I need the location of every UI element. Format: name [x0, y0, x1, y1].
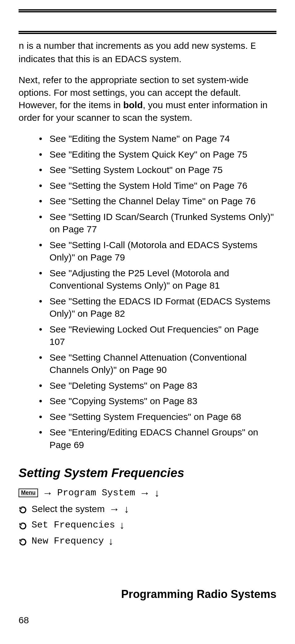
list-item: See "Setting the System Hold Time" on Pa…	[40, 180, 276, 192]
list-item: See "Setting System Lockout" on Page 75	[40, 164, 276, 176]
list-item: See "Setting I-Call (Motorola and EDACS …	[40, 239, 276, 264]
section-heading: Setting System Frequencies	[19, 466, 276, 480]
nav-select-system: Select the system	[32, 502, 105, 516]
list-item: See "Reviewing Locked Out Frequencies" o…	[40, 323, 276, 348]
nav-set-frequencies: Set Frequencies	[32, 518, 115, 532]
list-item: See "Setting the EDACS ID Format (EDACS …	[40, 295, 276, 320]
code-n: n	[19, 41, 24, 52]
arrow-right-icon: →	[109, 504, 120, 514]
list-item: See "Editing the System Quick Key" on Pa…	[40, 148, 276, 161]
nav-line-4: New Frequency ↓	[19, 534, 276, 549]
page-number: 68	[19, 615, 29, 625]
list-item: See "Setting Channel Attenuation (Conven…	[40, 351, 276, 376]
list-item: See "Entering/Editing EDACS Channel Grou…	[40, 426, 276, 451]
arrow-down-icon: ↓	[108, 536, 113, 546]
nav-line-2: Select the system → ↓	[19, 502, 276, 516]
arrow-down-icon: ↓	[119, 520, 125, 530]
rule-gap	[19, 12, 276, 31]
code-e: E	[250, 41, 256, 52]
text-after-e: indicates that this is an EDACS system.	[19, 54, 182, 64]
rotate-icon	[19, 504, 27, 514]
list-item: See "Setting ID Scan/Search (Trunked Sys…	[40, 211, 276, 236]
arrow-right-icon: →	[139, 488, 150, 498]
list-item: See "Deleting Systems" on Page 83	[40, 379, 276, 392]
nav-new-frequency: New Frequency	[32, 534, 104, 549]
intro-paragraph-2: Next, refer to the appropriate section t…	[19, 74, 276, 124]
top-rule-2	[19, 31, 276, 34]
nav-line-3: Set Frequencies ↓	[19, 518, 276, 532]
arrow-down-icon: ↓	[124, 504, 129, 514]
top-rule-1	[19, 9, 276, 12]
menu-key-icon: Menu	[19, 489, 38, 497]
rotate-icon	[19, 520, 27, 530]
list-item: See "Setting the Channel Delay Time" on …	[40, 195, 276, 208]
reference-list: See "Editing the System Name" on Page 74…	[19, 133, 276, 451]
list-item: See "Editing the System Name" on Page 74	[40, 133, 276, 145]
para2-bold: bold	[123, 100, 143, 110]
list-item: See "Setting System Frequencies" on Page…	[40, 411, 276, 423]
rotate-icon	[19, 536, 27, 546]
arrow-right-icon: →	[42, 488, 53, 498]
intro-paragraph-1: n is a number that increments as you add…	[19, 40, 276, 65]
list-item: See "Adjusting the P25 Level (Motorola a…	[40, 267, 276, 292]
nav-line-1: Menu → Program System → ↓	[19, 485, 276, 500]
nav-program-system: Program System	[57, 485, 135, 500]
arrow-down-icon: ↓	[154, 488, 160, 498]
footer-section-title: Programming Radio Systems	[121, 588, 276, 601]
text-after-n: is a number that increments as you add n…	[24, 40, 250, 51]
page-container: n is a number that increments as you add…	[0, 0, 295, 644]
list-item: See "Copying Systems" on Page 83	[40, 395, 276, 408]
